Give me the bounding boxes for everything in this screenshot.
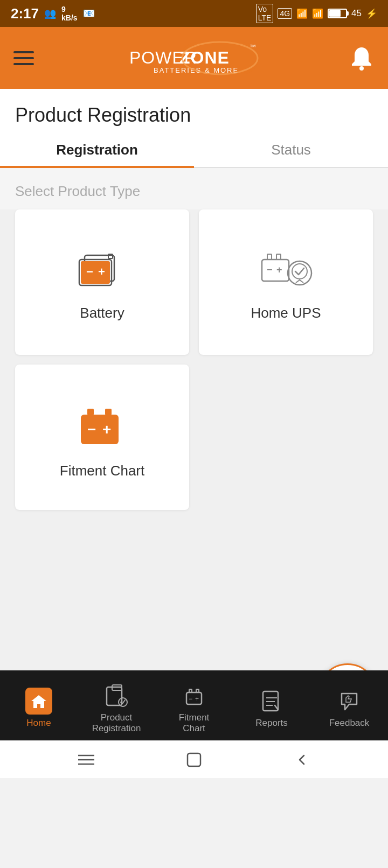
charging-icon: ⚡	[366, 8, 377, 19]
vo-lte-indicator: VoLTE	[256, 4, 274, 23]
android-menu-button[interactable]	[75, 749, 97, 771]
svg-rect-13	[262, 260, 289, 281]
feedback-nav-label: Feedback	[329, 718, 370, 729]
notification-button[interactable]	[349, 43, 375, 73]
data-speed: 9kB/s	[61, 5, 78, 22]
reports-nav-label: Reports	[255, 718, 288, 729]
app-header: POWER ZONE ™ BATTERIES & MORE	[0, 27, 388, 89]
app-logo: POWER ZONE ™ BATTERIES & MORE	[121, 39, 261, 77]
svg-rect-15	[276, 254, 281, 260]
svg-rect-40	[188, 753, 200, 766]
fitment-chart-card[interactable]: − + Fitment Chart	[15, 365, 189, 510]
svg-text:−: −	[189, 695, 192, 703]
android-nav-bar	[0, 740, 388, 778]
page-title: Product Registration	[15, 104, 373, 127]
tabs-container: Registration Status	[0, 132, 388, 168]
bottom-navigation: Home Product Registration − + Fitmen	[0, 670, 388, 740]
status-bar: 2:17 👥 9kB/s 📧 VoLTE 4G 📶 📶 45 ⚡	[0, 0, 388, 27]
svg-text:+: +	[98, 265, 105, 278]
svg-rect-14	[267, 254, 272, 260]
empty-space	[199, 365, 373, 510]
home-ups-card[interactable]: − + Home UPS	[199, 209, 373, 355]
tab-status[interactable]: Status	[194, 132, 388, 167]
svg-text:−: −	[87, 421, 96, 438]
svg-text:+: +	[102, 421, 111, 438]
battery-percent: 45	[351, 8, 362, 19]
product-reg-nav-icon	[103, 682, 130, 709]
svg-text:−: −	[267, 264, 273, 275]
product-reg-nav-label: Product Registration	[92, 712, 141, 734]
fitment-chart-icon: − +	[75, 401, 129, 452]
reports-nav-icon	[258, 688, 285, 715]
home-ups-label: Home UPS	[251, 305, 321, 321]
battery-card[interactable]: − + Battery	[15, 209, 189, 355]
signal-icon: 📶	[312, 8, 323, 19]
nav-item-feedback[interactable]: Feedback	[310, 688, 388, 729]
svg-rect-9	[81, 261, 110, 284]
nav-item-fitment-chart[interactable]: − + Fitment Chart	[155, 682, 233, 734]
battery-label: Battery	[80, 305, 124, 321]
svg-point-19	[292, 264, 307, 279]
fitment-chart-label: Fitment Chart	[60, 463, 145, 479]
outlook-icon: 📧	[83, 8, 95, 19]
svg-text:−: −	[86, 265, 93, 278]
product-cards-grid: − + Battery − +	[0, 209, 388, 520]
cards-row-2: − + Fitment Chart	[15, 365, 373, 510]
svg-rect-29	[189, 689, 192, 692]
hamburger-menu[interactable]	[13, 51, 34, 65]
svg-rect-30	[196, 689, 199, 692]
svg-rect-21	[87, 409, 94, 415]
nav-item-product-registration[interactable]: Product Registration	[78, 682, 155, 734]
svg-rect-20	[81, 415, 119, 444]
home-nav-icon	[25, 688, 52, 715]
nav-item-home[interactable]: Home	[0, 688, 78, 729]
svg-point-6	[359, 66, 364, 71]
page-content: Product Registration Registration Status	[0, 89, 388, 168]
section-label: Select Product Type	[0, 168, 388, 209]
feedback-nav-icon	[336, 688, 363, 715]
spacer-area	[0, 520, 388, 670]
svg-text:+: +	[195, 695, 199, 703]
battery-indicator	[328, 9, 347, 18]
android-home-button[interactable]	[183, 749, 205, 771]
cards-row-1: − + Battery − +	[15, 209, 373, 355]
home-nav-label: Home	[26, 718, 51, 729]
battery-product-icon: − +	[77, 249, 128, 294]
fitment-chart-nav-icon: − +	[181, 682, 207, 709]
android-back-button[interactable]	[291, 749, 313, 771]
signal-r-icon: 📶	[296, 8, 308, 19]
fitment-chart-nav-label: Fitment Chart	[179, 712, 210, 734]
tab-registration[interactable]: Registration	[0, 132, 194, 167]
ups-product-icon: − +	[259, 249, 313, 294]
nav-item-reports[interactable]: Reports	[233, 688, 310, 729]
teams-icon: 👥	[44, 8, 56, 19]
status-time: 2:17	[11, 5, 39, 22]
page-title-container: Product Registration	[0, 89, 388, 132]
svg-rect-22	[105, 409, 112, 415]
4g-indicator: 4G	[278, 8, 292, 19]
svg-text:+: +	[276, 264, 282, 275]
